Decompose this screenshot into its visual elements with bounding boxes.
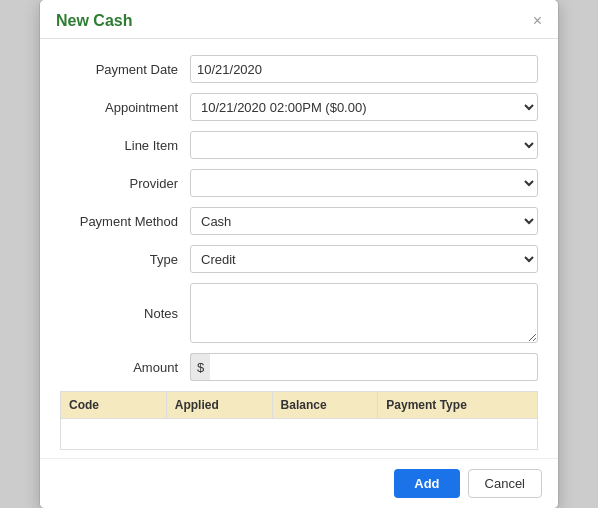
col-balance: Balance (273, 392, 379, 418)
payment-date-label: Payment Date (60, 62, 190, 77)
dialog-header: New Cash × (40, 0, 558, 39)
dialog-title: New Cash (56, 12, 132, 30)
amount-field-wrapper: $ (190, 353, 538, 381)
notes-row: Notes (60, 283, 538, 343)
close-button[interactable]: × (533, 13, 542, 29)
add-button[interactable]: Add (394, 469, 459, 498)
notes-label: Notes (60, 306, 190, 321)
provider-row: Provider (60, 169, 538, 197)
provider-select[interactable] (190, 169, 538, 197)
line-item-row: Line Item (60, 131, 538, 159)
amount-dollar-sign: $ (190, 353, 210, 381)
amount-label: Amount (60, 360, 190, 375)
appointment-row: Appointment 10/21/2020 02:00PM ($0.00) (60, 93, 538, 121)
col-applied: Applied (167, 392, 273, 418)
col-payment-type: Payment Type (378, 392, 537, 418)
line-item-label: Line Item (60, 138, 190, 153)
payment-date-input[interactable] (190, 55, 538, 83)
table-header: Code Applied Balance Payment Type (61, 392, 537, 419)
type-select[interactable]: Credit (190, 245, 538, 273)
payment-method-select[interactable]: Cash (190, 207, 538, 235)
new-cash-dialog: New Cash × Payment Date Appointment 10/2… (39, 0, 559, 508)
dialog-body: Payment Date Appointment 10/21/2020 02:0… (40, 39, 558, 458)
payment-method-row: Payment Method Cash (60, 207, 538, 235)
payment-date-row: Payment Date (60, 55, 538, 83)
dialog-footer: Add Cancel (40, 458, 558, 508)
appointment-select[interactable]: 10/21/2020 02:00PM ($0.00) (190, 93, 538, 121)
table-body (61, 419, 537, 449)
cancel-button[interactable]: Cancel (468, 469, 542, 498)
amount-row: Amount $ (60, 353, 538, 381)
col-code: Code (61, 392, 167, 418)
amount-input[interactable] (210, 353, 538, 381)
table-section: Code Applied Balance Payment Type (60, 391, 538, 450)
type-row: Type Credit (60, 245, 538, 273)
payment-method-label: Payment Method (60, 214, 190, 229)
appointment-label: Appointment (60, 100, 190, 115)
type-label: Type (60, 252, 190, 267)
notes-textarea[interactable] (190, 283, 538, 343)
provider-label: Provider (60, 176, 190, 191)
line-item-select[interactable] (190, 131, 538, 159)
